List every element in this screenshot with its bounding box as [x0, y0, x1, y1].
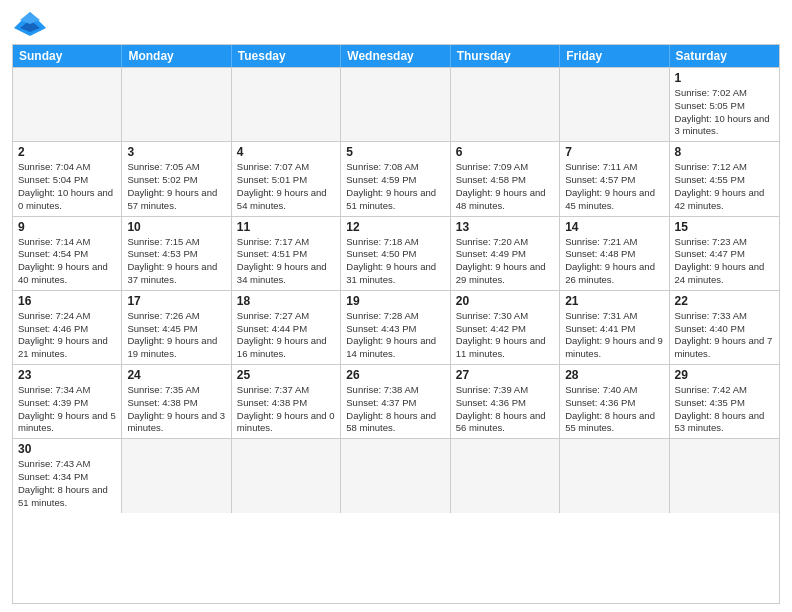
calendar-cell-3-0: 16Sunrise: 7:24 AM Sunset: 4:46 PM Dayli… — [13, 291, 122, 364]
day-info: Sunrise: 7:11 AM Sunset: 4:57 PM Dayligh… — [565, 161, 663, 212]
calendar-cell-3-5: 21Sunrise: 7:31 AM Sunset: 4:41 PM Dayli… — [560, 291, 669, 364]
day-number: 10 — [127, 220, 225, 234]
calendar-cell-3-4: 20Sunrise: 7:30 AM Sunset: 4:42 PM Dayli… — [451, 291, 560, 364]
calendar-cell-3-1: 17Sunrise: 7:26 AM Sunset: 4:45 PM Dayli… — [122, 291, 231, 364]
calendar-cell-1-0: 2Sunrise: 7:04 AM Sunset: 5:04 PM Daylig… — [13, 142, 122, 215]
calendar-cell-4-3: 26Sunrise: 7:38 AM Sunset: 4:37 PM Dayli… — [341, 365, 450, 438]
calendar-cell-5-3 — [341, 439, 450, 512]
day-info: Sunrise: 7:40 AM Sunset: 4:36 PM Dayligh… — [565, 384, 663, 435]
day-info: Sunrise: 7:27 AM Sunset: 4:44 PM Dayligh… — [237, 310, 335, 361]
day-number: 29 — [675, 368, 774, 382]
day-info: Sunrise: 7:33 AM Sunset: 4:40 PM Dayligh… — [675, 310, 774, 361]
day-info: Sunrise: 7:37 AM Sunset: 4:38 PM Dayligh… — [237, 384, 335, 435]
day-info: Sunrise: 7:05 AM Sunset: 5:02 PM Dayligh… — [127, 161, 225, 212]
calendar-cell-0-6: 1Sunrise: 7:02 AM Sunset: 5:05 PM Daylig… — [670, 68, 779, 141]
day-info: Sunrise: 7:42 AM Sunset: 4:35 PM Dayligh… — [675, 384, 774, 435]
day-number: 21 — [565, 294, 663, 308]
day-number: 19 — [346, 294, 444, 308]
day-info: Sunrise: 7:02 AM Sunset: 5:05 PM Dayligh… — [675, 87, 774, 138]
header-day-saturday: Saturday — [670, 45, 779, 67]
day-number: 26 — [346, 368, 444, 382]
calendar-cell-5-0: 30Sunrise: 7:43 AM Sunset: 4:34 PM Dayli… — [13, 439, 122, 512]
day-number: 17 — [127, 294, 225, 308]
calendar-cell-3-3: 19Sunrise: 7:28 AM Sunset: 4:43 PM Dayli… — [341, 291, 450, 364]
day-number: 2 — [18, 145, 116, 159]
page: SundayMondayTuesdayWednesdayThursdayFrid… — [0, 0, 792, 612]
day-info: Sunrise: 7:12 AM Sunset: 4:55 PM Dayligh… — [675, 161, 774, 212]
day-info: Sunrise: 7:20 AM Sunset: 4:49 PM Dayligh… — [456, 236, 554, 287]
day-number: 4 — [237, 145, 335, 159]
day-number: 7 — [565, 145, 663, 159]
calendar-body: 1Sunrise: 7:02 AM Sunset: 5:05 PM Daylig… — [13, 67, 779, 513]
header-day-friday: Friday — [560, 45, 669, 67]
day-info: Sunrise: 7:35 AM Sunset: 4:38 PM Dayligh… — [127, 384, 225, 435]
day-info: Sunrise: 7:08 AM Sunset: 4:59 PM Dayligh… — [346, 161, 444, 212]
day-number: 12 — [346, 220, 444, 234]
day-info: Sunrise: 7:28 AM Sunset: 4:43 PM Dayligh… — [346, 310, 444, 361]
day-number: 5 — [346, 145, 444, 159]
day-number: 20 — [456, 294, 554, 308]
day-number: 25 — [237, 368, 335, 382]
header-day-sunday: Sunday — [13, 45, 122, 67]
header — [12, 10, 780, 38]
header-day-tuesday: Tuesday — [232, 45, 341, 67]
calendar-header: SundayMondayTuesdayWednesdayThursdayFrid… — [13, 45, 779, 67]
calendar-row-0: 1Sunrise: 7:02 AM Sunset: 5:05 PM Daylig… — [13, 67, 779, 141]
day-info: Sunrise: 7:34 AM Sunset: 4:39 PM Dayligh… — [18, 384, 116, 435]
day-number: 15 — [675, 220, 774, 234]
calendar-cell-1-6: 8Sunrise: 7:12 AM Sunset: 4:55 PM Daylig… — [670, 142, 779, 215]
calendar-row-4: 23Sunrise: 7:34 AM Sunset: 4:39 PM Dayli… — [13, 364, 779, 438]
day-info: Sunrise: 7:39 AM Sunset: 4:36 PM Dayligh… — [456, 384, 554, 435]
calendar-cell-0-4 — [451, 68, 560, 141]
header-day-monday: Monday — [122, 45, 231, 67]
header-day-wednesday: Wednesday — [341, 45, 450, 67]
calendar-cell-5-6 — [670, 439, 779, 512]
day-number: 22 — [675, 294, 774, 308]
day-number: 11 — [237, 220, 335, 234]
day-info: Sunrise: 7:17 AM Sunset: 4:51 PM Dayligh… — [237, 236, 335, 287]
day-number: 30 — [18, 442, 116, 456]
calendar-cell-0-3 — [341, 68, 450, 141]
calendar-cell-2-5: 14Sunrise: 7:21 AM Sunset: 4:48 PM Dayli… — [560, 217, 669, 290]
logo — [12, 10, 52, 38]
day-info: Sunrise: 7:09 AM Sunset: 4:58 PM Dayligh… — [456, 161, 554, 212]
day-info: Sunrise: 7:21 AM Sunset: 4:48 PM Dayligh… — [565, 236, 663, 287]
day-number: 16 — [18, 294, 116, 308]
calendar-cell-3-6: 22Sunrise: 7:33 AM Sunset: 4:40 PM Dayli… — [670, 291, 779, 364]
calendar-cell-5-1 — [122, 439, 231, 512]
calendar: SundayMondayTuesdayWednesdayThursdayFrid… — [12, 44, 780, 604]
header-day-thursday: Thursday — [451, 45, 560, 67]
calendar-cell-2-4: 13Sunrise: 7:20 AM Sunset: 4:49 PM Dayli… — [451, 217, 560, 290]
day-info: Sunrise: 7:38 AM Sunset: 4:37 PM Dayligh… — [346, 384, 444, 435]
calendar-cell-4-2: 25Sunrise: 7:37 AM Sunset: 4:38 PM Dayli… — [232, 365, 341, 438]
calendar-cell-3-2: 18Sunrise: 7:27 AM Sunset: 4:44 PM Dayli… — [232, 291, 341, 364]
calendar-cell-1-5: 7Sunrise: 7:11 AM Sunset: 4:57 PM Daylig… — [560, 142, 669, 215]
calendar-cell-0-5 — [560, 68, 669, 141]
day-number: 13 — [456, 220, 554, 234]
calendar-cell-4-5: 28Sunrise: 7:40 AM Sunset: 4:36 PM Dayli… — [560, 365, 669, 438]
calendar-row-3: 16Sunrise: 7:24 AM Sunset: 4:46 PM Dayli… — [13, 290, 779, 364]
day-number: 1 — [675, 71, 774, 85]
logo-icon — [12, 10, 48, 38]
calendar-cell-0-1 — [122, 68, 231, 141]
day-info: Sunrise: 7:23 AM Sunset: 4:47 PM Dayligh… — [675, 236, 774, 287]
calendar-cell-1-4: 6Sunrise: 7:09 AM Sunset: 4:58 PM Daylig… — [451, 142, 560, 215]
calendar-cell-5-5 — [560, 439, 669, 512]
day-info: Sunrise: 7:43 AM Sunset: 4:34 PM Dayligh… — [18, 458, 116, 509]
calendar-cell-2-0: 9Sunrise: 7:14 AM Sunset: 4:54 PM Daylig… — [13, 217, 122, 290]
calendar-row-5: 30Sunrise: 7:43 AM Sunset: 4:34 PM Dayli… — [13, 438, 779, 512]
calendar-cell-1-2: 4Sunrise: 7:07 AM Sunset: 5:01 PM Daylig… — [232, 142, 341, 215]
day-number: 24 — [127, 368, 225, 382]
day-info: Sunrise: 7:18 AM Sunset: 4:50 PM Dayligh… — [346, 236, 444, 287]
day-info: Sunrise: 7:15 AM Sunset: 4:53 PM Dayligh… — [127, 236, 225, 287]
calendar-cell-0-2 — [232, 68, 341, 141]
calendar-cell-1-3: 5Sunrise: 7:08 AM Sunset: 4:59 PM Daylig… — [341, 142, 450, 215]
day-info: Sunrise: 7:04 AM Sunset: 5:04 PM Dayligh… — [18, 161, 116, 212]
calendar-cell-2-3: 12Sunrise: 7:18 AM Sunset: 4:50 PM Dayli… — [341, 217, 450, 290]
calendar-cell-4-0: 23Sunrise: 7:34 AM Sunset: 4:39 PM Dayli… — [13, 365, 122, 438]
day-number: 18 — [237, 294, 335, 308]
calendar-cell-2-1: 10Sunrise: 7:15 AM Sunset: 4:53 PM Dayli… — [122, 217, 231, 290]
day-info: Sunrise: 7:26 AM Sunset: 4:45 PM Dayligh… — [127, 310, 225, 361]
day-number: 8 — [675, 145, 774, 159]
calendar-row-1: 2Sunrise: 7:04 AM Sunset: 5:04 PM Daylig… — [13, 141, 779, 215]
